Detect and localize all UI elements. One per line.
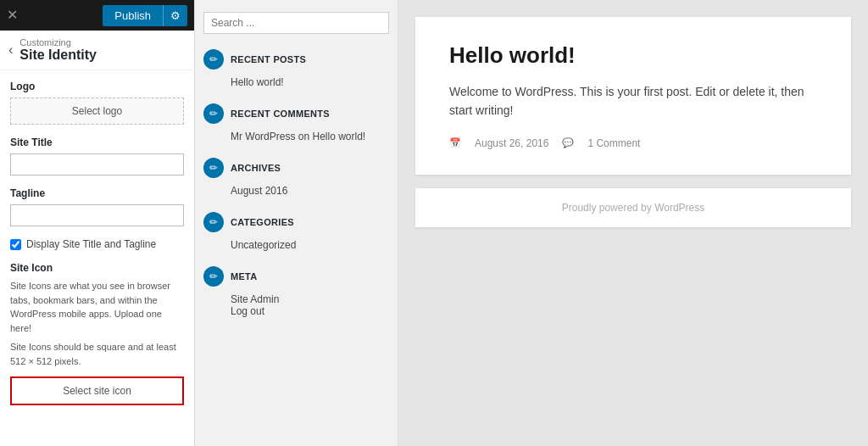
post-body: Welcome to WordPress. This is your first… — [449, 82, 817, 120]
section-title: Site Identity — [19, 47, 97, 62]
settings-button[interactable]: ⚙ — [163, 5, 187, 26]
pencil-icon: ✏ — [209, 53, 218, 65]
logo-label: Logo — [10, 81, 184, 92]
pencil-icon: ✏ — [209, 108, 218, 120]
close-button[interactable]: ✕ — [7, 8, 18, 22]
select-site-icon-button[interactable]: Select site icon — [10, 376, 184, 405]
footer-text: Proudly powered by WordPress — [562, 202, 705, 214]
archives-icon: ✏ — [203, 158, 224, 178]
post-date: August 26, 2016 — [475, 137, 548, 149]
site-title-label: Site Title — [10, 137, 184, 148]
meta-title: META — [231, 271, 258, 282]
archives-content: August 2016 — [195, 185, 398, 203]
search-input[interactable] — [203, 12, 389, 34]
meta-content: Site Admin Log out — [195, 293, 398, 324]
top-bar: ✕ Publish ⚙ — [0, 0, 194, 31]
gear-icon: ⚙ — [170, 9, 181, 22]
widget-archives: ✏ ARCHIVES August 2016 — [195, 151, 398, 203]
site-title-input[interactable] — [10, 153, 184, 176]
recent-comments-content: Mr WordPress on Hello world! — [195, 131, 398, 149]
section-header: Customizing Site Identity — [19, 37, 97, 63]
post-comments: 1 Comment — [587, 137, 640, 149]
list-item: Uncategorized — [231, 239, 389, 251]
list-item: Log out — [231, 305, 389, 317]
list-item: Mr WordPress on Hello world! — [231, 131, 389, 142]
publish-group: Publish ⚙ — [103, 5, 187, 26]
recent-comments-title: RECENT COMMENTS — [231, 109, 330, 119]
preview-panel: Hello world! Welcome to WordPress. This … — [398, 0, 868, 446]
search-bar — [195, 7, 398, 39]
select-logo-button[interactable]: Select logo — [10, 98, 184, 125]
pencil-icon: ✏ — [209, 270, 218, 282]
categories-content: Uncategorized — [195, 239, 398, 258]
post-title: Hello world! — [449, 42, 817, 69]
customizer-panel: ✕ Publish ⚙ ‹ Customizing Site Identity … — [0, 0, 195, 446]
display-title-row: Display Site Title and Tagline — [10, 238, 184, 250]
close-icon: ✕ — [7, 8, 18, 22]
widget-recent-posts: ✏ RECENT POSTS Hello world! — [195, 42, 398, 95]
back-button[interactable]: ‹ — [8, 42, 13, 58]
pencil-icon: ✏ — [209, 216, 218, 228]
meta-icon: ✏ — [203, 266, 224, 287]
back-bar: ‹ Customizing Site Identity — [0, 31, 194, 70]
calendar-icon: 📅 — [449, 137, 461, 148]
recent-comments-icon: ✏ — [203, 103, 224, 124]
site-icon-size-note: Site Icons should be square and at least… — [10, 340, 184, 368]
site-title-section: Site Title — [10, 137, 184, 176]
post-preview-card: Hello world! Welcome to WordPress. This … — [415, 17, 851, 175]
site-icon-label: Site Icon — [10, 262, 184, 274]
categories-title: CATEGORIES — [231, 217, 294, 227]
site-icon-section: Site Icon Site Icons are what you see in… — [10, 262, 184, 405]
list-item: Hello world! — [231, 76, 389, 88]
list-item: August 2016 — [231, 185, 389, 197]
site-icon-description: Site Icons are what you see in browser t… — [10, 279, 184, 335]
pencil-icon: ✏ — [209, 162, 218, 174]
archives-title: ARCHIVES — [231, 163, 281, 173]
customizing-label: Customizing — [19, 37, 97, 47]
tagline-label: Tagline — [10, 187, 184, 199]
post-meta: 📅 August 26, 2016 💬 1 Comment — [449, 137, 817, 149]
widget-meta: ✏ META Site Admin Log out — [195, 259, 398, 324]
recent-posts-title: RECENT POSTS — [231, 54, 306, 64]
display-title-label: Display Site Title and Tagline — [26, 238, 156, 250]
widget-categories: ✏ CATEGORIES Uncategorized — [195, 205, 398, 258]
tagline-section: Tagline — [10, 187, 184, 226]
recent-posts-content: Hello world! — [195, 76, 398, 95]
comment-icon: 💬 — [562, 137, 574, 148]
widget-recent-comments: ✏ RECENT COMMENTS Mr WordPress on Hello … — [195, 97, 398, 149]
publish-button[interactable]: Publish — [103, 5, 163, 26]
display-title-checkbox[interactable] — [10, 239, 21, 250]
list-item: Site Admin — [231, 293, 389, 305]
categories-icon: ✏ — [203, 212, 224, 232]
logo-section: Logo Select logo — [10, 81, 184, 125]
site-footer: Proudly powered by WordPress — [415, 188, 851, 227]
tagline-input[interactable] — [10, 204, 184, 226]
recent-posts-icon: ✏ — [203, 49, 224, 70]
widgets-panel: ✏ RECENT POSTS Hello world! ✏ RECENT COM… — [195, 0, 398, 446]
panel-content: Logo Select logo Site Title Tagline Disp… — [0, 70, 194, 446]
